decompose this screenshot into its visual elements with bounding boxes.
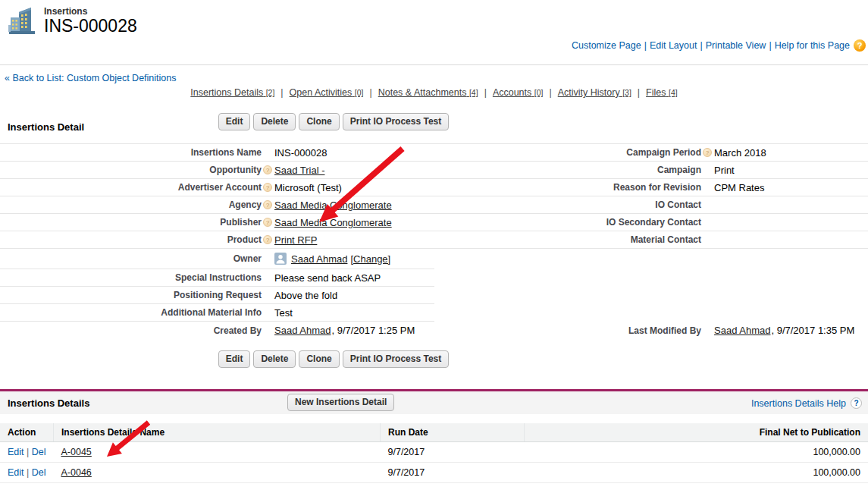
delete-button[interactable]: Delete (253, 350, 296, 368)
created-date: , 9/7/2017 1:25 PM (331, 325, 415, 336)
detail-row: Agency?Saad Media Conglomerate IO Contac… (0, 196, 868, 214)
run-date-cell: 9/7/2017 (381, 442, 525, 463)
detail-row: Created BySaad Ahmad, 9/7/2017 1:25 PM L… (0, 322, 868, 339)
field-label: Opportunity (0, 165, 262, 175)
new-insertions-detail-button[interactable]: New Insertions Detail (287, 394, 394, 411)
page-action-links: Customize Page|Edit Layout|Printable Vie… (572, 40, 850, 51)
row-del-link[interactable]: Del (32, 447, 46, 457)
publisher-link[interactable]: Saad Media Conglomerate (274, 217, 392, 228)
detail-buttons-top: EditDeleteClonePrint IO Process Test (0, 113, 667, 130)
edit-layout-link[interactable]: Edit Layout (650, 40, 697, 51)
detail-row: Opportunity?Saad Trial - CampaignPrint (0, 162, 868, 179)
row-edit-link[interactable]: Edit (8, 467, 24, 478)
owner-link[interactable]: Saad Ahmad (291, 253, 347, 265)
detail-row: Positioning RequestAbove the fold (0, 287, 868, 304)
final-net-cell: 100,000.00 (525, 463, 868, 483)
detail-row: Publisher?Saad Media Conglomerate IO Sec… (0, 214, 868, 231)
clone-button[interactable]: Clone (299, 113, 339, 130)
field-value: Above the fold (274, 290, 434, 301)
breadcrumb: « Back to List: Custom Object Definition… (0, 65, 868, 83)
field-help-icon[interactable]: ? (263, 183, 272, 192)
field-help-icon[interactable]: ? (263, 235, 272, 244)
related-list-title: Insertions Details (8, 397, 89, 409)
field-value: CPM Rates (713, 182, 868, 193)
edit-button[interactable]: Edit (218, 350, 251, 368)
detail-field-grid: Insertions NameINS-000028 Campaign Perio… (0, 143, 868, 339)
field-label: Positioning Request (0, 290, 262, 300)
detail-row: Owner Saad Ahmad [Change] (0, 249, 868, 269)
field-value: Microsoft (Test) (274, 182, 434, 193)
customize-page-link[interactable]: Customize Page (572, 40, 641, 51)
page-title: INS-000028 (44, 17, 137, 36)
nav-accounts-link[interactable]: Accounts [0] (493, 87, 544, 98)
detail-row: Special InstructionsPlease send back ASA… (0, 269, 868, 287)
nav-notes-attachments-link[interactable]: Notes & Attachments [4] (378, 87, 478, 98)
field-label: Campaign Period (434, 147, 701, 158)
detail-row: Advertiser Account?Microsoft (Test) Reas… (0, 179, 868, 196)
orange-help-icon[interactable]: ? (854, 39, 866, 52)
row-del-link[interactable]: Del (32, 467, 46, 478)
field-label: Created By (0, 325, 262, 336)
field-value: March 2018 (713, 147, 868, 159)
agency-link[interactable]: Saad Media Conglomerate (274, 199, 392, 211)
run-date-cell: 9/7/2017 (381, 463, 525, 483)
field-label: Owner (0, 253, 262, 264)
back-to-list-link[interactable]: « Back to List: Custom Object Definition… (5, 73, 176, 83)
owner-change-link[interactable]: [Change] (350, 253, 390, 265)
entity-type-label: Insertions (44, 5, 137, 17)
field-label: Reason for Revision (434, 182, 701, 193)
field-label: Agency (0, 199, 262, 210)
field-value: Print (713, 165, 868, 176)
insertions-details-related-list: Insertions Details New Insertions Detail… (0, 389, 868, 483)
insertions-details-table: Action Insertions Details Name Run Date … (0, 423, 868, 483)
detail-row: Insertions NameINS-000028 Campaign Perio… (0, 144, 868, 162)
field-help-icon[interactable]: ? (263, 165, 272, 174)
delete-button[interactable]: Delete (253, 113, 296, 130)
field-label: IO Contact (434, 199, 701, 210)
entity-header: Insertions INS-000028 (8, 5, 137, 36)
field-label: Material Contact (434, 234, 701, 245)
field-label: Last Modified By (434, 325, 701, 336)
field-label: Advertiser Account (0, 182, 262, 193)
help-for-this-page-link[interactable]: Help for this Page (775, 40, 850, 51)
modified-by-link[interactable]: Saad Ahmad (714, 325, 770, 336)
detail-row: Product?Print RFP Material Contact (0, 231, 868, 249)
field-label: Campaign (434, 165, 701, 175)
row-edit-link[interactable]: Edit (8, 447, 24, 457)
print-io-process-test-button[interactable]: Print IO Process Test (343, 113, 450, 130)
related-list-nav: Insertions Details [2]|Open Activities [… (0, 87, 868, 98)
field-label: Special Instructions (0, 272, 262, 283)
field-label: IO Secondary Contact (434, 217, 701, 228)
page-header: Insertions INS-000028 Customize Page|Edi… (0, 0, 868, 65)
field-label: Insertions Name (0, 147, 262, 158)
nav-open-activities-link[interactable]: Open Activities [0] (290, 87, 364, 98)
column-header-action: Action (0, 423, 54, 442)
salesforce-record-page: Insertions INS-000028 Customize Page|Edi… (0, 0, 868, 490)
field-label: Publisher (0, 217, 262, 228)
created-by-link[interactable]: Saad Ahmad (274, 325, 331, 336)
question-help-icon[interactable]: ? (851, 397, 862, 409)
field-help-icon[interactable]: ? (703, 148, 712, 157)
column-header-run-date: Run Date (381, 423, 525, 442)
table-row: Edit | Del A-0045 9/7/2017 100,000.00 (0, 442, 868, 463)
opportunity-link[interactable]: Saad Trial - (274, 165, 324, 176)
printable-view-link[interactable]: Printable View (706, 40, 766, 51)
field-value: Test (274, 307, 434, 319)
field-help-icon[interactable]: ? (263, 200, 272, 209)
edit-button[interactable]: Edit (218, 113, 251, 130)
clone-button[interactable]: Clone (299, 350, 339, 368)
modified-date: , 9/7/2017 1:35 PM (771, 325, 854, 336)
table-header-row: Action Insertions Details Name Run Date … (0, 423, 868, 442)
insertions-details-help-link[interactable]: Insertions Details Help (751, 398, 846, 409)
insertion-detail-link[interactable]: A-0046 (61, 467, 92, 478)
column-header-final-net: Final Net to Publication (525, 423, 868, 442)
nav-insertions-details-link[interactable]: Insertions Details [2] (190, 87, 274, 98)
column-header-name: Insertions Details Name (54, 423, 381, 442)
nav-activity-history-link[interactable]: Activity History [3] (558, 87, 631, 98)
product-link[interactable]: Print RFP (274, 234, 317, 246)
related-list-header: Insertions Details New Insertions Detail… (0, 391, 868, 414)
field-help-icon[interactable]: ? (263, 218, 272, 227)
insertion-detail-link[interactable]: A-0045 (61, 447, 92, 457)
nav-files-link[interactable]: Files [4] (646, 87, 678, 98)
print-io-process-test-button[interactable]: Print IO Process Test (343, 350, 450, 368)
